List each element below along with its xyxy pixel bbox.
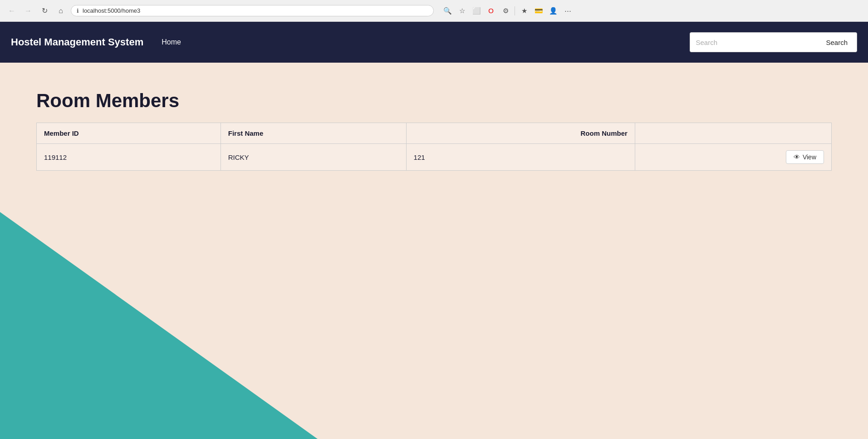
navbar-brand[interactable]: Hostel Management System <box>11 36 143 48</box>
browser-toolbar-right: 🔍 ☆ ⬜ O ⚙ ★ 💳 👤 ⋯ <box>441 5 574 17</box>
home-button[interactable]: ⌂ <box>54 5 67 17</box>
col-header-room-number: Room Number <box>406 123 635 144</box>
svg-marker-0 <box>0 212 318 439</box>
view-label: View <box>803 153 816 161</box>
reload-button[interactable]: ↻ <box>38 5 51 17</box>
tab-icon[interactable]: ⬜ <box>470 5 483 17</box>
back-button[interactable]: ← <box>5 5 18 17</box>
bookmarks-icon[interactable]: ★ <box>518 5 530 17</box>
navbar: Hostel Management System Home Search <box>0 22 868 63</box>
info-icon: ℹ <box>77 8 79 14</box>
page-title: Room Members <box>36 90 832 112</box>
url-display: localhost:5000/home3 <box>83 7 140 14</box>
cell-room-number: 121 <box>406 144 635 171</box>
eye-icon: 👁 <box>794 153 800 161</box>
cell-actions: 👁 View <box>635 144 831 171</box>
more-icon[interactable]: ⋯ <box>561 5 574 17</box>
main-content: Room Members Member ID First Name Room N… <box>0 63 868 189</box>
search-button[interactable]: Search <box>817 32 857 52</box>
profile-icon[interactable]: 👤 <box>547 5 559 17</box>
forward-button[interactable]: → <box>22 5 34 17</box>
star-icon[interactable]: ☆ <box>456 5 468 17</box>
search-input[interactable] <box>690 32 817 52</box>
col-header-member-id: Member ID <box>37 123 221 144</box>
address-bar: ℹ localhost:5000/home3 <box>71 5 434 16</box>
settings-icon[interactable]: ⚙ <box>499 5 512 17</box>
toolbar-divider <box>515 6 515 15</box>
table-row: 119112 RICKY 121 👁 View <box>37 144 832 171</box>
col-header-first-name: First Name <box>221 123 406 144</box>
navbar-search: Search <box>690 32 857 52</box>
nav-link-home[interactable]: Home <box>158 36 185 48</box>
col-header-actions <box>635 123 831 144</box>
cell-first-name: RICKY <box>221 144 406 171</box>
zoom-icon[interactable]: 🔍 <box>441 5 454 17</box>
members-table: Member ID First Name Room Number 119112 … <box>36 123 832 171</box>
cell-member-id: 119112 <box>37 144 221 171</box>
navbar-nav: Home <box>158 36 675 48</box>
browser-chrome: ← → ↻ ⌂ ℹ localhost:5000/home3 🔍 ☆ ⬜ O ⚙… <box>0 0 868 22</box>
wallet-icon[interactable]: 💳 <box>532 5 545 17</box>
view-button[interactable]: 👁 View <box>786 150 824 164</box>
table-header-row: Member ID First Name Room Number <box>37 123 832 144</box>
opera-icon[interactable]: O <box>485 5 497 17</box>
